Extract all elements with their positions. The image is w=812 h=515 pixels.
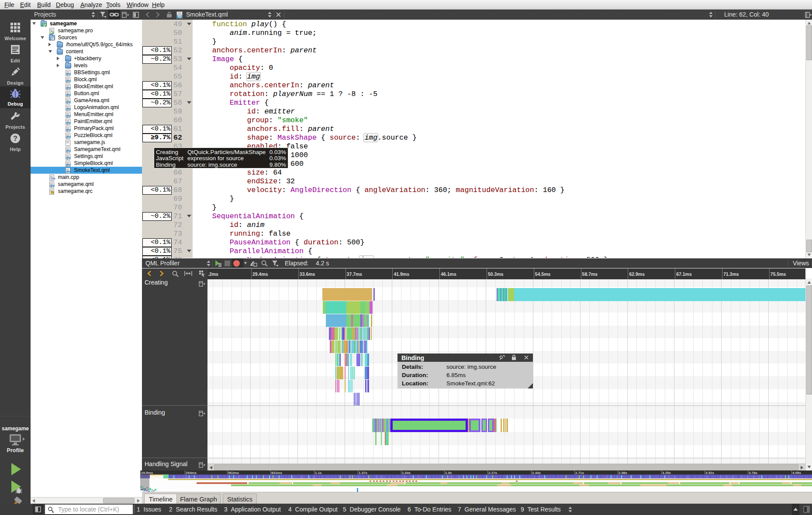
svg-text:qml: qml (177, 15, 182, 18)
svg-text:?: ? (13, 135, 17, 142)
